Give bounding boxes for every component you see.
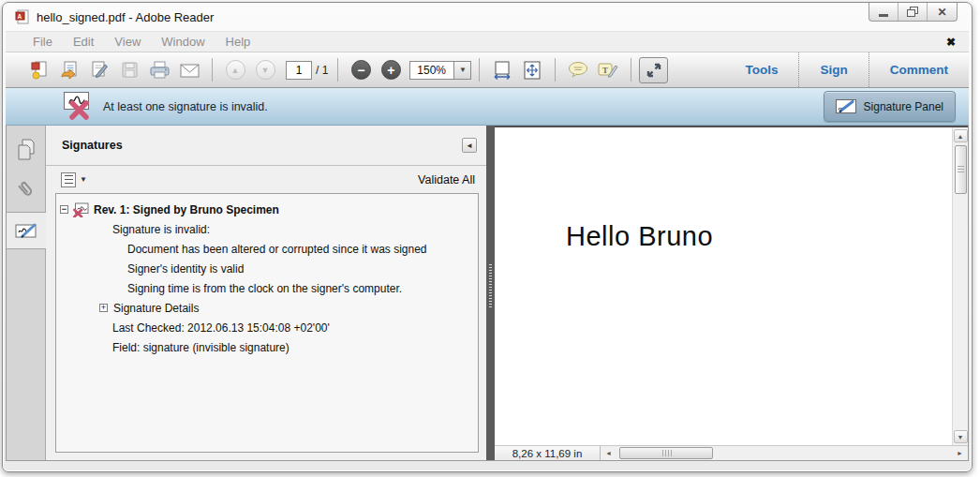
tree-item: Signature is invalid: — [56, 219, 478, 239]
arrow-left-icon: ◄ — [605, 450, 612, 456]
next-page-icon: ▼ — [256, 60, 275, 80]
document-pane: Hello Bruno ▲ ▼ 8,26 x 11,69 in ◄ ► — [495, 126, 968, 460]
scroll-up-button[interactable]: ▲ — [954, 129, 968, 142]
menu-bar: File Edit View Window Help ✖ — [6, 31, 969, 52]
signature-invalid-small-icon — [73, 202, 89, 217]
page-size-label: 8,26 x 11,69 in — [495, 446, 601, 460]
signatures-panel: Signatures ◄ ▼ Validate All − — [46, 126, 486, 460]
pdf-page: Hello Bruno — [495, 127, 952, 445]
toolbar-separator — [479, 58, 480, 82]
menubar-close-icon[interactable]: ✖ — [946, 36, 956, 49]
validate-all-button[interactable]: Validate All — [418, 173, 475, 186]
page-number-input[interactable] — [286, 61, 312, 80]
collapse-box-icon[interactable]: − — [60, 205, 68, 214]
email-button[interactable] — [176, 57, 202, 83]
zoom-level-combo[interactable]: 150% ▼ — [409, 61, 471, 80]
tree-item: Last Checked: 2012.06.13 15:04:08 +02'00… — [56, 318, 478, 337]
menu-view[interactable]: View — [104, 35, 151, 49]
collapse-panel-button[interactable]: ◄ — [462, 138, 477, 153]
previous-page-button[interactable]: ▲ — [222, 57, 248, 83]
fit-page-icon — [522, 60, 542, 81]
zoom-in-icon: + — [381, 60, 401, 80]
comment-pane-button[interactable]: Comment — [869, 52, 969, 87]
options-menu-button[interactable]: ▼ — [61, 172, 87, 187]
next-page-button[interactable]: ▼ — [252, 57, 278, 83]
print-icon — [149, 60, 171, 81]
fullscreen-mode-button[interactable] — [639, 57, 668, 83]
tree-item: Document has been altered or corrupted s… — [56, 239, 478, 259]
print-button[interactable] — [146, 57, 172, 83]
page-text: Hello Bruno — [566, 221, 713, 252]
horizontal-scrollbar[interactable]: ◄ ► — [601, 446, 968, 460]
panel-splitter[interactable] — [486, 126, 495, 460]
menu-help[interactable]: Help — [215, 35, 261, 49]
scroll-right-button[interactable]: ► — [954, 450, 966, 456]
signature-invalid-icon — [62, 91, 97, 123]
sign-pane-button[interactable]: Sign — [799, 52, 868, 87]
svg-text:A: A — [18, 13, 22, 20]
comment-bubble-button[interactable] — [565, 57, 591, 83]
toolbar-separator — [555, 58, 556, 82]
signatures-tab-icon — [15, 221, 39, 240]
signature-panel-label: Signature Panel — [864, 100, 943, 113]
menu-file[interactable]: File — [22, 35, 63, 49]
attachments-tab[interactable] — [7, 171, 46, 209]
main-area: Signatures ◄ ▼ Validate All − — [6, 126, 969, 461]
vertical-scrollbar[interactable]: ▲ ▼ — [952, 127, 968, 445]
scroll-down-button[interactable]: ▼ — [954, 430, 968, 443]
fit-width-icon — [492, 60, 512, 81]
page-thumbnails-tab[interactable] — [7, 131, 46, 169]
tree-item-label: Field: signature (invisible signature) — [112, 341, 290, 354]
toolbar: ▲ ▼ / 1 − + 150% ▼ — [6, 52, 969, 88]
window-title: hello_signed.pdf - Adobe Reader — [37, 10, 214, 24]
page-thumbnails-icon — [15, 138, 37, 162]
close-button[interactable]: ✕ — [928, 3, 957, 21]
share-file-button[interactable] — [56, 57, 82, 83]
vertical-scroll-thumb[interactable] — [955, 145, 967, 194]
signature-panel-button[interactable]: Signature Panel — [824, 91, 956, 122]
minimize-icon — [879, 14, 888, 17]
toolbar-separator — [337, 58, 338, 82]
scroll-left-button[interactable]: ◄ — [602, 450, 615, 456]
zoom-out-button[interactable]: − — [348, 57, 374, 83]
text-annotation-button[interactable]: T — [595, 57, 621, 83]
pdf-file-icon: A — [15, 9, 30, 24]
expand-box-icon[interactable]: + — [99, 304, 108, 312]
tree-item: Signer's identity is valid — [56, 259, 478, 278]
zoom-in-button[interactable]: + — [378, 57, 404, 83]
tree-item-label: Signer's identity is valid — [127, 262, 244, 276]
share-file-icon — [59, 60, 80, 81]
chevron-left-icon: ◄ — [466, 142, 473, 150]
fullscreen-icon — [646, 62, 662, 79]
comment-bubble-icon — [567, 60, 589, 81]
tools-pane-button[interactable]: Tools — [724, 52, 798, 87]
fit-width-button[interactable] — [489, 57, 515, 83]
save-button[interactable] — [116, 57, 142, 83]
close-icon: ✕ — [937, 6, 946, 19]
tree-item-label: Document has been altered or corrupted s… — [127, 243, 427, 256]
tree-item-label: Signature Details — [113, 302, 199, 315]
signatures-tab[interactable] — [7, 212, 47, 249]
restore-button[interactable] — [898, 3, 928, 21]
signature-message-bar: At least one signature is invalid. Signa… — [6, 88, 969, 126]
text-annotation-icon: T — [597, 60, 619, 81]
create-pdf-button[interactable] — [26, 57, 52, 83]
page-total-label: / 1 — [316, 64, 328, 77]
window-controls: ✕ — [869, 3, 958, 22]
horizontal-scroll-thumb[interactable] — [619, 447, 713, 459]
restore-icon — [907, 7, 918, 17]
signature-root-row[interactable]: − Rev. 1: Signed by Bruno Specimen — [56, 200, 478, 219]
signature-details-row[interactable]: + Signature Details — [56, 298, 478, 318]
menu-edit[interactable]: Edit — [63, 35, 104, 49]
zoom-level-value[interactable]: 150% — [409, 61, 454, 80]
toolbar-separator — [212, 58, 213, 82]
email-icon — [179, 60, 200, 81]
minimize-button[interactable] — [869, 3, 898, 21]
svg-text:T: T — [602, 65, 608, 74]
app-window: A hello_signed.pdf - Adobe Reader ✕ File… — [2, 2, 973, 472]
fit-page-button[interactable] — [519, 57, 545, 83]
chevron-down-icon: ▼ — [80, 175, 87, 184]
menu-window[interactable]: Window — [151, 35, 215, 49]
zoom-dropdown-button[interactable]: ▼ — [454, 61, 471, 80]
sign-document-button[interactable] — [86, 57, 112, 83]
